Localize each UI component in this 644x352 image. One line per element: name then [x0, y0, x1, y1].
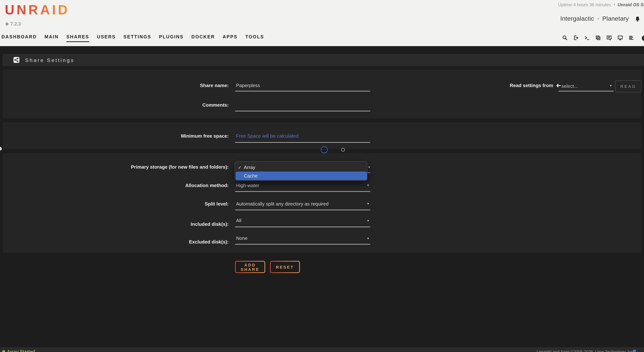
clipped-edge-icon[interactable] — [642, 36, 644, 41]
search-icon[interactable] — [562, 35, 568, 40]
included-disks-underline — [235, 226, 370, 227]
uptime-text: Uptime 4 hours 36 minutes — [558, 2, 611, 8]
server-identity: Intergalactic • Planetary — [560, 15, 644, 22]
unraid-webgui: UNRAID 7.2.3 Uptime 4 hours 36 minutes •… — [0, 0, 644, 352]
comments-underline — [235, 111, 370, 112]
chevron-down-icon[interactable]: ▼ — [367, 219, 370, 222]
share-name-label: Share name: — [2, 83, 229, 88]
excluded-disks-select[interactable]: None — [236, 236, 248, 241]
feedback-icon[interactable] — [606, 35, 612, 40]
notifications-bell-icon[interactable] — [634, 16, 640, 22]
split-level-label: Split level: — [2, 201, 229, 206]
min-free-space-label: Minimum free space: — [2, 133, 229, 139]
nav-utility-icons — [562, 35, 634, 40]
chevron-down-icon[interactable]: ▼ — [609, 84, 612, 88]
server-name: Intergalactic — [560, 15, 594, 22]
nav-item-plugins[interactable]: PLUGINS — [159, 34, 184, 42]
copy-icon[interactable] — [595, 35, 601, 40]
array-status-text: Array Started — [7, 349, 35, 352]
main-nav: DASHBOARD MAIN SHARES USERS SETTINGS PLU… — [2, 34, 264, 42]
array-status: Array Started — [2, 349, 35, 352]
click-indicator-ring — [341, 148, 345, 152]
uptime-line: Uptime 4 hours 36 minutes • Unraid OS St… — [558, 2, 644, 8]
footer-link-icon[interactable] — [633, 350, 636, 352]
chevron-down-icon[interactable]: ▼ — [367, 202, 370, 206]
add-share-button[interactable]: ADD SHARE — [235, 261, 265, 273]
read-settings-underline — [558, 91, 614, 92]
page-titlebar: Share Settings — [2, 54, 644, 66]
split-level-select[interactable]: Automatically split any directory as req… — [236, 201, 328, 206]
separator-dot: • — [614, 2, 615, 8]
read-button[interactable]: READ — [615, 80, 642, 92]
min-free-space-input[interactable]: Free Space will be calculated — [236, 133, 298, 139]
version-badge: 7.2.3 — [6, 21, 21, 26]
separator-dot: • — [597, 16, 599, 22]
included-disks-select[interactable]: All — [236, 218, 242, 223]
chevron-down-icon[interactable]: ▼ — [367, 184, 370, 187]
copyright-text: Unraid® and Swirl ©2005-2025, Lime Techn… — [537, 350, 634, 352]
nav-item-settings[interactable]: SETTINGS — [124, 34, 152, 42]
min-free-space-underline — [235, 142, 370, 143]
dropdown-option-cache[interactable]: ✓ Cache — [236, 172, 367, 180]
page-title: Share Settings — [25, 57, 74, 63]
footer-bar: Array Started Unraid® and Swirl ©2005-20… — [0, 347, 644, 352]
share-icon — [13, 57, 20, 63]
top-header: UNRAID 7.2.3 Uptime 4 hours 36 minutes •… — [0, 0, 644, 46]
status-green-dot-icon — [2, 350, 5, 352]
reset-button[interactable]: RESET — [270, 261, 300, 273]
dropdown-option-label: Array — [244, 164, 255, 170]
nav-item-tools[interactable]: TOOLS — [245, 34, 264, 42]
server-description: Planetary — [602, 15, 629, 22]
nav-item-users[interactable]: USERS — [97, 34, 116, 42]
unraid-logo[interactable]: UNRAID — [5, 2, 70, 18]
read-settings-select[interactable]: select... — [562, 84, 578, 89]
dropdown-option-label: Cache — [244, 173, 258, 178]
nav-item-main[interactable]: MAIN — [44, 34, 59, 42]
primary-storage-dropdown-menu: ✓ Array ✓ Cache — [234, 161, 367, 181]
check-icon: ✓ — [236, 165, 244, 170]
nav-item-docker[interactable]: DOCKER — [192, 34, 215, 42]
primary-storage-label: Primary storage (for new files and folde… — [2, 164, 229, 170]
allocation-method-label: Allocation method: — [2, 183, 229, 188]
arrow-left-icon — [556, 83, 561, 88]
share-name-input[interactable]: Paperpless — [236, 83, 260, 88]
read-settings-label: Read settings from — [510, 83, 561, 88]
version-dot-icon — [6, 22, 8, 25]
version-text: 7.2.3 — [10, 21, 21, 26]
cursor-edge-dot — [0, 147, 2, 150]
included-disks-label: Included disk(s): — [2, 222, 229, 227]
split-level-underline — [235, 210, 370, 210]
move-cursor-icon — [320, 146, 328, 154]
terminal-icon[interactable] — [584, 35, 590, 40]
dropdown-option-array[interactable]: ✓ Array — [236, 163, 367, 172]
chevron-down-icon[interactable]: ▼ — [368, 166, 371, 169]
excluded-disks-underline — [235, 244, 370, 245]
nav-item-dashboard[interactable]: DASHBOARD — [2, 34, 37, 42]
os-edition-text: Unraid OS Starter — [618, 2, 644, 8]
monitor-icon[interactable] — [618, 35, 623, 40]
share-name-underline — [235, 91, 370, 92]
allocation-method-underline — [235, 191, 370, 192]
chevron-down-icon[interactable]: ▼ — [367, 237, 370, 240]
excluded-disks-label: Excluded disk(s): — [2, 239, 229, 245]
allocation-method-select[interactable]: High-water — [236, 183, 259, 188]
nav-item-apps[interactable]: APPS — [222, 34, 238, 42]
read-settings-label-text: Read settings from — [510, 83, 553, 88]
log-icon[interactable] — [628, 35, 634, 40]
comments-label: Comments: — [2, 102, 229, 108]
sign-out-icon[interactable] — [573, 35, 579, 40]
nav-item-shares[interactable]: SHARES — [66, 34, 89, 42]
